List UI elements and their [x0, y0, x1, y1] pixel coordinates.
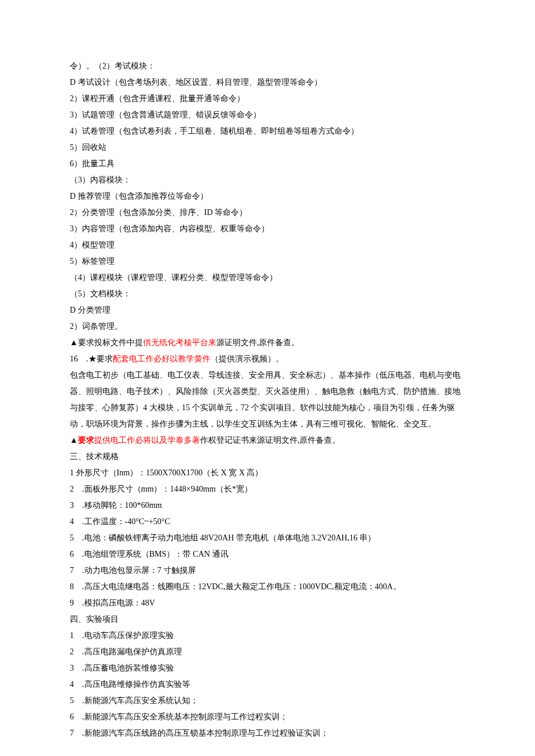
- text-line: 2 .高压电路漏电保护仿真原理: [70, 644, 465, 660]
- text-line: 5）回收站: [70, 139, 465, 156]
- text-span: 2）词条管理。: [70, 322, 123, 331]
- text-span: 5）回收站: [70, 143, 106, 152]
- text-span: D 考试设计（包含考场列表、地区设置、科目管理、题型管理等命令）: [70, 78, 322, 87]
- text-line: ▲要求提供电工作必将以及学泰多著作权登记证书来源证明文件,原件备查。: [70, 432, 465, 449]
- text-span: 7 .新能源汽车高压线路的高压互锁基本控制原理与工作过程验证实训；: [70, 729, 329, 737]
- text-line: 5 .电池：磷酸铁锂离子动力电池组 48V20AH 带充电机（单体电池 3.2V…: [70, 530, 465, 546]
- text-span: 2 .面板外形尺寸（mm）：1448×940mm（长*宽）: [70, 485, 252, 493]
- text-line: （5）文档模块：: [70, 286, 465, 302]
- text-line: D 推荐管理（包含添加推荐位等命令）: [70, 188, 465, 205]
- text-span: 8 .高压大电流继电器：线圈电压：12VDC,最大额定工作电压：1000VDC,…: [70, 582, 401, 591]
- text-span: 多著: [184, 436, 200, 445]
- text-span: 要求: [78, 436, 94, 445]
- text-line: 4）试卷管理（包含试卷列表，手工组卷、随机组卷、即时组卷等组卷方式命令）: [70, 123, 465, 139]
- text-span: （4）课程模块（课程管理、课程分类、模型管理等命令）: [70, 273, 277, 282]
- text-line: 2 .面板外形尺寸（mm）：1448×940mm（长*宽）: [70, 481, 465, 497]
- text-span: 4）试卷管理（包含试卷列表，手工组卷、随机组卷、即时组卷等组卷方式命令）: [70, 127, 359, 135]
- text-span: 包含电工初步（电工基础、电工仪表、导线连接、安全用具、安全标志）、基本操作（低压…: [70, 371, 461, 428]
- text-span: 4）模型管理: [70, 241, 115, 249]
- text-line: 3）试题管理（包含普通试题管理、错误反馈等命令）: [70, 107, 465, 123]
- text-span: 7 .动力电池包显示屏：7 寸触摸屏: [70, 566, 196, 575]
- text-span: 2 .高压电路漏电保护仿真原理: [70, 647, 182, 656]
- text-span: 4 .高压电路维修操作仿真实验等: [70, 680, 190, 689]
- text-span: 5 .电池：磷酸铁锂离子动力电池组 48V20AH 带充电机（单体电池 3.2V…: [70, 533, 376, 542]
- text-line: 令）。（2）考试模块：: [70, 58, 465, 74]
- text-line: 2）分类管理（包含添加分类、排序、ID 等命令）: [70, 205, 465, 221]
- text-span: 3）内容管理（包含添加内容、内容模型、权重等命令）: [70, 224, 269, 233]
- text-span: （3）内容模块：: [70, 175, 131, 184]
- text-span: 三、技术规格: [70, 452, 119, 461]
- text-span: 4 .工作温度：-40°C~+50°C: [70, 517, 170, 526]
- text-span: D 推荐管理（包含添加推荐位等命令）: [70, 192, 208, 200]
- text-line: 4）模型管理: [70, 237, 465, 253]
- text-span: 配套电工作必好以教学黄件: [113, 354, 211, 363]
- text-span: 1 外形尺寸（Inm）：1500X700X1700（长 X 宽 X 高）: [70, 468, 263, 477]
- text-span: 令）。（2）考试模块：: [70, 62, 155, 70]
- text-line: （4）课程模块（课程管理、课程分类、模型管理等命令）: [70, 270, 465, 286]
- text-line: 9 .模拟高压电源：48V: [70, 595, 465, 611]
- text-line: （3）内容模块：: [70, 172, 465, 188]
- text-line: 2）词条管理。: [70, 318, 465, 335]
- text-span: 6 .新能源汽车高压安全系统基本控制原理与工作过程实训；: [70, 712, 288, 721]
- text-line: 6）批量工具: [70, 156, 465, 172]
- text-span: ▲要求投标文件中提: [70, 338, 143, 347]
- text-span: 3 .高压蓄电池拆装维修实验: [70, 664, 174, 672]
- text-line: 3 .高压蓄电池拆装维修实验: [70, 660, 465, 676]
- text-line: 5 .新能源汽车高压安全系统认知；: [70, 693, 465, 709]
- text-span: 6）批量工具: [70, 159, 115, 168]
- text-span: 2）课程开通（包含开通课程、批量开通等命令）: [70, 94, 245, 103]
- text-span: 6 .电池组管理系统（BMS）：带 CAN 通讯: [70, 550, 229, 558]
- text-line: 1 .电动车高压保护原理实验: [70, 628, 465, 644]
- text-span: 源证明文件,原件备查。: [216, 338, 300, 347]
- text-span: 2）分类管理（包含添加分类、排序、ID 等命令）: [70, 208, 247, 217]
- text-line: 6 .电池组管理系统（BMS）：带 CAN 通讯: [70, 546, 465, 562]
- text-line: 4 .高压电路维修操作仿真实验等: [70, 676, 465, 693]
- text-span: 平台来: [192, 338, 216, 347]
- text-span: 1 .电动车高压保护原理实验: [70, 631, 174, 640]
- text-span: 5 .新能源汽车高压安全系统认知；: [70, 696, 198, 705]
- text-line: ▲要求投标文件中提供无纸化考核平台来源证明文件,原件备查。: [70, 335, 465, 351]
- text-span: ▲: [70, 436, 78, 445]
- text-span: 3）试题管理（包含普通试题管理、错误反馈等命令）: [70, 110, 261, 119]
- text-span: 作权登记证书来源证明文件,原件备查。: [200, 436, 341, 445]
- text-span: 提供电工作必将以及学泰: [94, 436, 184, 445]
- document-body: 令）。（2）考试模块：D 考试设计（包含考场列表、地区设置、科目管理、题型管理等…: [70, 58, 465, 741]
- text-span: 5）标签管理: [70, 257, 115, 266]
- text-line: 5）标签管理: [70, 253, 465, 270]
- text-span: D 分类管理: [70, 306, 110, 314]
- text-line: 三、技术规格: [70, 449, 465, 465]
- text-line: 7 .动力电池包显示屏：7 寸触摸屏: [70, 562, 465, 579]
- text-line: 8 .高压大电流继电器：线圈电压：12VDC,最大额定工作电压：1000VDC,…: [70, 579, 465, 595]
- text-line: 3 .移动脚轮：100*60mm: [70, 497, 465, 514]
- text-span: （提供演示视频）。: [211, 354, 284, 363]
- text-span: 3 .移动脚轮：100*60mm: [70, 501, 162, 510]
- text-line: 2）课程开通（包含开通课程、批量开通等命令）: [70, 91, 465, 107]
- text-line: D 考试设计（包含考场列表、地区设置、科目管理、题型管理等命令）: [70, 74, 465, 91]
- text-line: 1 外形尺寸（Inm）：1500X700X1700（长 X 宽 X 高）: [70, 465, 465, 481]
- text-span: （5）文档模块：: [70, 289, 131, 298]
- text-span: 9 .模拟高压电源：48V: [70, 599, 155, 607]
- text-line: D 分类管理: [70, 302, 465, 318]
- text-line: 4 .工作温度：-40°C~+50°C: [70, 514, 465, 530]
- text-span: 16 .★要求: [70, 354, 113, 363]
- text-line: 16 .★要求配套电工作必好以教学黄件（提供演示视频）。: [70, 351, 465, 367]
- text-line: 3）内容管理（包含添加内容、内容模型、权重等命令）: [70, 221, 465, 237]
- text-line: 6 .新能源汽车高压安全系统基本控制原理与工作过程实训；: [70, 709, 465, 725]
- text-line: 四、实验项目: [70, 611, 465, 628]
- text-line: 包含电工初步（电工基础、电工仪表、导线连接、安全用具、安全标志）、基本操作（低压…: [70, 367, 465, 432]
- text-line: 7 .新能源汽车高压线路的高压互锁基本控制原理与工作过程验证实训；: [70, 725, 465, 741]
- text-span: 供无纸化考核: [143, 338, 192, 347]
- text-span: 四、实验项目: [70, 615, 119, 624]
